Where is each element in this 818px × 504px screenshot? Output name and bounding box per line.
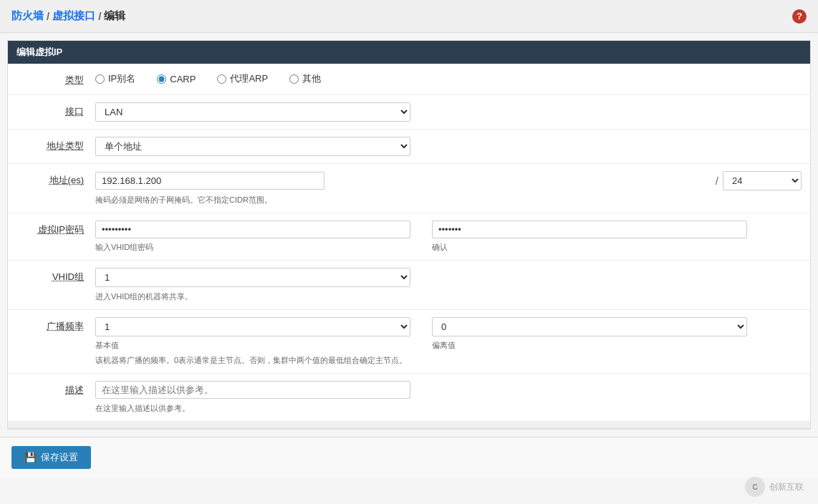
breadcrumb: 防火墙 / 虚拟接口 / 编辑 (11, 9, 125, 23)
broadcast-label: 广播频率 (16, 317, 95, 333)
help-icon[interactable]: ? (792, 9, 807, 24)
radio-ip-alias-label: IP别名 (108, 72, 135, 85)
password-col-1: 输入VHID组密码 (95, 220, 410, 253)
description-input[interactable] (95, 381, 410, 399)
brand-logo: C (745, 477, 765, 485)
password-col-2: 确认 (432, 220, 747, 253)
form-row-broadcast: 广播频率 1 2 5 基本值 0 (8, 310, 810, 374)
section-box: 编辑虚拟IP 类型 IP别名 CARP (7, 40, 811, 430)
breadcrumb-edit: 编辑 (104, 9, 125, 23)
separator (8, 422, 810, 429)
save-button-label: 保存设置 (41, 451, 78, 464)
form-row-interface: 接口 LAN (8, 95, 810, 130)
form-row-vhid: VHID组 1 2 3 进入VHID组的机器将共享。 (8, 261, 810, 310)
form-row-description: 描述 在这里输入描述以供参考。 (8, 374, 810, 422)
address-control: / 24 8 16 32 掩码必须是网络的子网掩码。它不指定CIDR范围。 (95, 171, 802, 205)
vhid-hint: 进入VHID组的机器将共享。 (95, 291, 802, 302)
password-row: 输入VHID组密码 确认 (95, 220, 802, 253)
interface-label: 接口 (16, 102, 95, 118)
vip-password-label: 虚拟IP密码 (16, 220, 95, 236)
main-content: 编辑虚拟IP 类型 IP别名 CARP (0, 33, 818, 485)
type-label: 类型 (16, 71, 95, 87)
description-control: 在这里输入描述以供参考。 (95, 381, 802, 414)
vhid-select[interactable]: 1 2 3 (95, 268, 410, 287)
brand-name: 创新互联 (769, 481, 804, 485)
breadcrumb-vinterface[interactable]: 虚拟接口 (52, 9, 95, 23)
form-body: 类型 IP别名 CARP 代理ARP (8, 64, 810, 429)
description-label: 描述 (16, 381, 95, 397)
radio-proxy-arp-label: 代理ARP (230, 72, 268, 85)
address-type-select[interactable]: 单个地址 (95, 137, 410, 156)
section-title: 编辑虚拟IP (16, 47, 62, 57)
radio-proxy-arp[interactable]: 代理ARP (217, 72, 268, 85)
header: 防火墙 / 虚拟接口 / 编辑 ? (0, 0, 818, 33)
address-type-control: 单个地址 (95, 137, 802, 156)
vip-password-control: 输入VHID组密码 确认 (95, 220, 802, 253)
radio-other[interactable]: 其他 (289, 72, 321, 85)
radio-carp-input[interactable] (157, 74, 166, 84)
form-row-address-type: 地址类型 单个地址 (8, 130, 810, 164)
footer-brand: C 创新互联 (745, 477, 804, 485)
description-hint: 在这里输入描述以供参考。 (95, 403, 802, 414)
breadcrumb-sep1: / (47, 10, 49, 22)
type-radio-group: IP别名 CARP 代理ARP 其他 (95, 71, 802, 85)
broadcast-offset-hint: 偏离值 (432, 340, 747, 351)
broadcast-base-select[interactable]: 1 2 5 (95, 317, 410, 336)
radio-ip-alias-input[interactable] (95, 74, 105, 84)
save-button[interactable]: 💾 保存设置 (11, 446, 91, 469)
cidr-select[interactable]: 24 8 16 32 (723, 171, 802, 190)
section-header: 编辑虚拟IP (8, 41, 810, 64)
type-control: IP别名 CARP 代理ARP 其他 (95, 71, 802, 85)
address-input[interactable] (95, 172, 324, 190)
save-icon: 💾 (24, 452, 37, 463)
form-row-type: 类型 IP别名 CARP 代理ARP (8, 64, 810, 95)
vhid-control: 1 2 3 进入VHID组的机器将共享。 (95, 268, 802, 302)
vhid-label: VHID组 (16, 268, 95, 284)
broadcast-control: 1 2 5 基本值 0 1 2 偏离值 (95, 317, 802, 366)
broadcast-hint: 该机器将广播的频率。0表示通常是主节点。否则，集群中两个值的最低组合确定主节点。 (95, 355, 802, 366)
interface-select[interactable]: LAN (95, 102, 410, 122)
bottom-bar: 💾 保存设置 (0, 437, 818, 478)
broadcast-base-hint: 基本值 (95, 340, 410, 351)
cidr-area: / 24 8 16 32 (716, 171, 802, 190)
cidr-slash: / (716, 175, 718, 187)
broadcast-offset-col: 0 1 2 偏离值 (432, 317, 747, 351)
address-input-row: / 24 8 16 32 (95, 171, 802, 190)
form-row-address: 地址(es) / 24 8 16 32 (8, 164, 810, 213)
breadcrumb-firewall[interactable]: 防火墙 (11, 9, 44, 23)
interface-control: LAN (95, 102, 802, 122)
radio-proxy-arp-input[interactable] (217, 74, 226, 84)
address-type-label: 地址类型 (16, 137, 95, 152)
address-hint: 掩码必须是网络的子网掩码。它不指定CIDR范围。 (95, 195, 802, 205)
radio-other-input[interactable] (289, 74, 299, 84)
radio-carp[interactable]: CARP (157, 74, 196, 84)
address-label: 地址(es) (16, 171, 95, 187)
radio-other-label: 其他 (302, 72, 321, 85)
radio-ip-alias[interactable]: IP别名 (95, 72, 135, 85)
vip-password-confirm-input[interactable] (432, 220, 747, 238)
radio-carp-label: CARP (170, 74, 196, 84)
vip-password-hint: 输入VHID组密码 (95, 242, 410, 253)
vip-password-input[interactable] (95, 220, 410, 238)
form-row-vip-password: 虚拟IP密码 输入VHID组密码 确认 (8, 213, 810, 261)
breadcrumb-sep2: / (98, 10, 101, 22)
broadcast-input-row: 1 2 5 基本值 0 1 2 偏离值 (95, 317, 802, 351)
vip-password-confirm-hint: 确认 (432, 242, 747, 253)
broadcast-base-col: 1 2 5 基本值 (95, 317, 410, 351)
broadcast-offset-select[interactable]: 0 1 2 (432, 317, 747, 336)
